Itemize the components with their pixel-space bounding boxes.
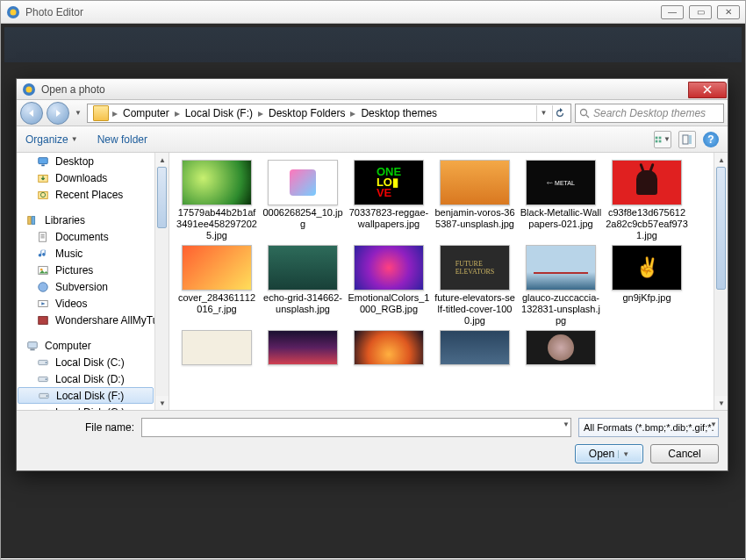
file-item[interactable]: ⬳ METAL Black-Metallic-Wallpapers-021.jp…	[519, 160, 603, 241]
nav-forward-button[interactable]	[47, 102, 69, 125]
filename-dropdown[interactable]: ▼	[563, 420, 570, 428]
dialog-titlebar[interactable]: Open a photo	[17, 79, 728, 100]
sidebar-item-drive[interactable]: Local Disk (C:)	[17, 354, 169, 370]
svg-point-3	[26, 86, 32, 92]
sidebar-scrollbar[interactable]: ▲ ▼	[154, 153, 169, 410]
file-name: cover_284361112016_r.jpg	[176, 292, 258, 315]
chevron-down-icon: ▼	[710, 420, 717, 428]
filename-input[interactable]	[141, 418, 571, 437]
file-item[interactable]: cover_284361112016_r.jpg	[175, 245, 259, 327]
scroll-thumb[interactable]	[716, 167, 726, 290]
dialog-close-button[interactable]	[688, 82, 727, 98]
file-name: c93f8e13d6756122a82c9cb57eaf9731.jpg	[606, 207, 688, 241]
file-thumbnail	[182, 160, 252, 205]
breadcrumb-item[interactable]: Computer	[118, 107, 175, 119]
file-thumbnail	[612, 160, 682, 205]
sidebar-item-wondershare[interactable]: Wondershare AllMyTube	[17, 312, 169, 328]
file-name: 70337823-reggae-wallpapers.jpg	[348, 207, 430, 230]
scroll-down-icon[interactable]: ▼	[155, 396, 169, 410]
file-item[interactable]: EmotionalColors_1000_RGB.jpg	[347, 245, 431, 327]
nav-history-dropdown[interactable]: ▼	[73, 104, 83, 122]
file-item[interactable]: glauco-zuccaccia-132831-unsplash.jpg	[519, 245, 603, 327]
file-name: echo-grid-314662-unsplash.jpg	[262, 292, 344, 315]
file-item[interactable]: benjamin-voros-365387-unsplash.jpg	[433, 160, 517, 241]
app-titlebar[interactable]: Photo Editor — ▭ ✕	[1, 1, 745, 24]
cancel-button[interactable]: Cancel	[650, 444, 719, 463]
file-item[interactable]: FUTUREELEVATORS future-elevators-self-ti…	[433, 245, 517, 327]
maximize-button[interactable]: ▭	[689, 5, 712, 19]
breadcrumb-item[interactable]: Desktop themes	[355, 107, 442, 119]
file-thumbnail	[440, 160, 510, 205]
file-name: gn9jKfp.jpg	[622, 292, 671, 304]
breadcrumb[interactable]: ▸ Computer ▸ Local Disk (F:) ▸ Desktop F…	[87, 104, 571, 123]
sidebar-item-drive[interactable]: Local Disk (D:)	[17, 370, 169, 387]
breadcrumb-item[interactable]: Local Disk (F:)	[180, 107, 258, 119]
file-item[interactable]	[261, 330, 345, 367]
file-item[interactable]: 17579ab44b2b1af3491ee4582972025.jpg	[175, 160, 259, 241]
svg-rect-16	[28, 216, 32, 224]
new-folder-button[interactable]: New folder	[97, 133, 147, 146]
file-item[interactable]: 0006268254_10.jpg	[261, 160, 345, 241]
filetype-filter[interactable]: All Formats (*.bmp;*.dib;*.gif;*.	[578, 418, 719, 437]
file-item[interactable]: ONELO▮VE 70337823-reggae-wallpapers.jpg	[347, 160, 431, 241]
sidebar-item-music[interactable]: Music	[17, 245, 169, 262]
svg-rect-17	[32, 216, 35, 224]
file-thumbnail: ONELO▮VE	[354, 160, 424, 205]
open-file-dialog: Open a photo ▼ ▸ Computer ▸	[16, 78, 728, 471]
app-close-button[interactable]: ✕	[717, 5, 740, 19]
file-name: EmotionalColors_1000_RGB.jpg	[348, 292, 430, 315]
search-input[interactable]: Search Desktop themes	[575, 104, 724, 123]
open-button[interactable]: Open ▼	[575, 444, 643, 463]
svg-rect-25	[30, 348, 34, 350]
sidebar-item-recent[interactable]: Recent Places	[17, 186, 169, 203]
svg-point-27	[46, 362, 47, 363]
file-name: benjamin-voros-365387-unsplash.jpg	[434, 207, 516, 230]
libraries-icon	[25, 214, 39, 226]
file-item[interactable]	[175, 330, 259, 367]
file-list[interactable]: 17579ab44b2b1af3491ee4582972025.jpg 0006…	[169, 153, 728, 410]
file-thumbnail: ✌️	[612, 245, 682, 291]
scroll-up-icon[interactable]: ▲	[714, 153, 728, 167]
minimize-button[interactable]: —	[661, 5, 684, 19]
file-thumbnail	[354, 330, 424, 365]
filename-label: File name:	[85, 421, 134, 434]
scroll-thumb[interactable]	[157, 167, 167, 228]
organize-button[interactable]: Organize▼	[25, 133, 78, 146]
sidebar-item-videos[interactable]: Videos	[17, 295, 169, 312]
file-list-scrollbar[interactable]: ▲ ▼	[714, 153, 728, 410]
sidebar-group-libraries[interactable]: Libraries	[17, 212, 169, 228]
file-item[interactable]: echo-grid-314662-unsplash.jpg	[261, 245, 345, 327]
file-item[interactable]	[519, 330, 603, 367]
scroll-down-icon[interactable]: ▼	[714, 396, 728, 410]
scroll-up-icon[interactable]: ▲	[155, 153, 169, 167]
sidebar-item-downloads[interactable]: Downloads	[17, 169, 169, 186]
search-icon	[579, 108, 590, 118]
help-button[interactable]: ?	[703, 132, 719, 147]
preview-pane-button[interactable]	[678, 131, 696, 148]
view-mode-button[interactable]: ▼	[654, 131, 671, 148]
file-name: future-elevators-self-titled-cover-1000.…	[434, 292, 516, 327]
file-thumbnail	[440, 330, 510, 365]
dialog-bottom: File name: ▼ All Formats (*.bmp;*.dib;*.…	[17, 411, 728, 470]
file-item[interactable]: ✌️ gn9jKfp.jpg	[605, 245, 689, 327]
file-item[interactable]	[433, 330, 517, 367]
sidebar-item-desktop[interactable]: Desktop	[17, 153, 169, 169]
sidebar-item-drive[interactable]: Local Disk (G:)	[17, 404, 169, 410]
nav-back-button[interactable]	[20, 102, 43, 125]
sidebar-item-pictures[interactable]: Pictures	[17, 262, 169, 278]
computer-icon	[25, 340, 39, 352]
sidebar-item-drive[interactable]: Local Disk (F:)	[18, 387, 154, 404]
sidebar-item-subversion[interactable]: Subversion	[17, 278, 169, 295]
file-item[interactable]: c93f8e13d6756122a82c9cb57eaf9731.jpg	[605, 160, 689, 241]
breadcrumb-dropdown[interactable]: ▼	[536, 105, 550, 121]
app-icon	[6, 5, 20, 19]
sidebar-group-computer[interactable]: Computer	[17, 337, 169, 354]
svg-rect-10	[689, 135, 692, 144]
breadcrumb-refresh[interactable]	[552, 105, 566, 121]
toolbar: Organize▼ New folder ▼ ?	[17, 126, 728, 153]
close-icon	[703, 85, 712, 94]
sidebar-item-documents[interactable]: Documents	[17, 228, 169, 245]
file-item[interactable]	[347, 330, 431, 367]
breadcrumb-item[interactable]: Desktop Folders	[263, 107, 350, 119]
file-thumbnail	[354, 245, 424, 291]
